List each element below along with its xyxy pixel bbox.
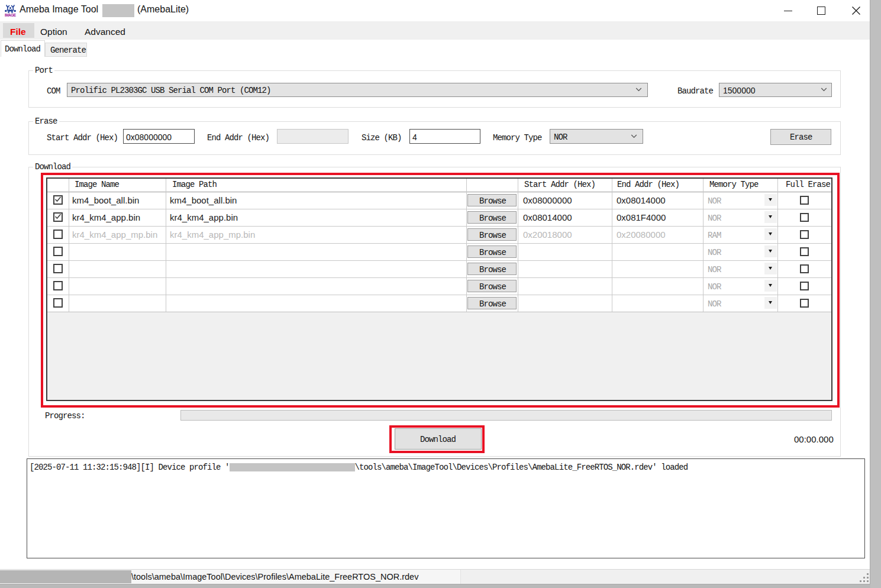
svg-text:IMAGE: IMAGE <box>5 13 17 17</box>
